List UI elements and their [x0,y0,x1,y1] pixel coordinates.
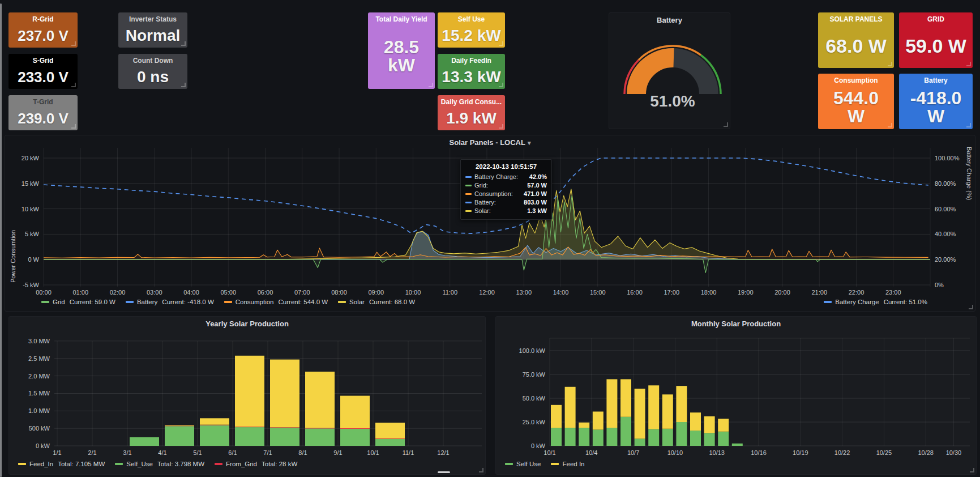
tooltip-series-label: Consumption: [474,190,513,198]
y-tick: 25.0 kW [523,419,546,425]
panel-title[interactable]: S-Grid [33,57,54,65]
panel-title[interactable]: Consumption [834,76,878,84]
bar-self-use [235,427,264,446]
legend-item-consumption[interactable]: ConsumptionCurrent: 544.0 W [224,299,328,305]
barchart-panel-yearly: Yearly Solar Production 3.0 MW2.5 MW2.0 … [8,316,486,475]
bar-from-grid [305,428,335,429]
panel-title[interactable]: Battery [609,16,730,24]
panel-title[interactable]: Monthly Solar Production [496,320,976,328]
x-tick: 8/1 [298,449,307,456]
y-tick-left: 15 kW [22,180,40,187]
chart-tooltip: 2022-10-13 10:51:57 Battery Charge:42.0%… [460,159,552,220]
panel-title[interactable]: Daily Grid Consu... [441,98,502,106]
x-tick: 7/1 [263,449,272,456]
legend-series-name[interactable]: From_Grid [226,461,257,467]
panel-title[interactable]: Total Daily Yield [375,15,427,23]
stat-panel-daily-feedin: Daily FeedIn 13.3 kW [438,54,505,89]
legend-color-dash [338,301,346,303]
legend-series-name[interactable]: Feed In [562,461,584,467]
bar-feed-in [375,423,405,438]
x-tick: 10/30 [946,449,962,456]
legend-item-battery[interactable]: BatteryCurrent: -418.0 W [126,299,214,305]
bar-self-use [704,433,715,446]
x-tick: 10:00 [405,289,421,296]
legend-item-battery-charge[interactable]: Battery ChargeCurrent: 51.0% [824,299,927,305]
y-tick: 2.5 MW [28,355,50,362]
bar-feed-in [635,389,645,438]
bar-feed-in [718,419,729,432]
barchart-panel-monthly: Monthly Solar Production 100.0 kW75.0 kW… [495,316,977,475]
legend-series-value: Current: 59.0 W [70,299,115,305]
horizontal-scrollbar-thumb[interactable] [438,471,450,473]
x-tick: 10/22 [835,449,850,456]
stat-panel-t-grid: T-Grid 239.0 V [8,95,78,130]
panel-title[interactable]: Self Use [458,15,485,23]
legend-color-dash [18,463,26,465]
y-tick-left: -5 kW [23,282,39,288]
x-tick: 06:00 [258,289,273,296]
bar-self-use [635,438,645,446]
legend-series-name[interactable]: Self Use [516,461,541,467]
legend-series-name[interactable]: Self_Use [126,461,153,467]
x-tick: 10/28 [918,449,934,456]
legend-series-name[interactable]: Grid [53,299,65,305]
x-tick: 10/16 [751,449,767,456]
vertical-scrollbar[interactable] [0,3,2,477]
panel-title[interactable]: SOLAR PANELS [829,15,882,23]
legend-item-feed-in[interactable]: Feed In [551,461,584,467]
bar-from-grid [270,427,299,428]
panel-title[interactable]: GRID [927,15,944,23]
bar-self-use [648,429,659,446]
tooltip-series-dash [465,185,472,186]
chevron-down-icon: ▾ [528,139,531,146]
bar-feed-in [579,423,589,428]
panel-title[interactable]: Daily FeedIn [451,57,491,65]
legend-series-name[interactable]: Solar [349,299,365,305]
legend-item-feed-in[interactable]: Feed_InTotal: 7.105 MW [18,461,105,467]
legend-series-name[interactable]: Battery [137,299,157,305]
panel-title[interactable]: Count Down [133,57,173,65]
legend-series-name[interactable]: Battery Charge [835,299,879,305]
y-tick-right: 20.00% [935,256,956,263]
bar-feed-in [305,372,335,428]
panel-title[interactable]: Solar Panels - LOCAL [450,138,525,147]
panel-title[interactable]: Yearly Solar Production [9,320,485,328]
battery-gauge: 51.0% [609,29,731,126]
stat-value: 239.0 V [18,106,69,130]
legend-series-name[interactable]: Consumption [236,299,274,305]
y-tick: 50.0 kW [523,395,546,402]
tooltip-row: Battery Charge:42.0% [465,173,547,181]
x-tick: 18:00 [701,289,717,296]
panel-title[interactable]: T-Grid [33,98,53,106]
y-tick-left: 0 W [28,256,39,263]
bar-self-use [676,422,687,446]
legend-series-value: Total: 3.798 MW [157,461,204,467]
stat-value: 59.0 W [905,23,966,68]
stat-value: 68.0 W [825,23,887,68]
legend-item-grid[interactable]: GridCurrent: 59.0 W [41,299,115,305]
legend-item-self-use[interactable]: Self Use [505,461,541,467]
tooltip-series-label: Grid: [474,181,488,190]
bar-from-grid [375,438,405,439]
legend-item-from-grid[interactable]: From_GridTotal: 28 kW [215,461,297,467]
panel-title[interactable]: Inverter Status [129,15,177,23]
y-tick: 1.5 MW [28,390,50,397]
legend-item-self-use[interactable]: Self_UseTotal: 3.798 MW [115,461,204,467]
panel-title[interactable]: R-Grid [32,15,53,23]
stat-panel-solar-panels: SOLAR PANELS 68.0 W [818,12,894,68]
legend-color-dash [551,463,559,465]
y-tick-right: 100.00% [935,155,960,161]
legend-series-name[interactable]: Feed_In [29,461,53,467]
legend-series-value: Current: 51.0% [884,299,927,305]
stat-value: 28.5 kW [368,23,435,89]
legend-color-dash [215,463,222,465]
panel-title-row[interactable]: Solar Panels - LOCAL▾ [5,138,975,147]
legend-series-value: Total: 7.105 MW [58,461,105,467]
stat-panel-inverter-status: Inverter Status Normal [118,12,187,48]
legend-item-solar[interactable]: SolarCurrent: 68.0 W [338,299,415,305]
legend-series-value: Current: -418.0 W [162,299,213,305]
bar-feed-in [270,360,299,428]
panel-title[interactable]: Battery [924,76,947,84]
bar-self-use [130,437,159,446]
x-tick: 4/1 [158,449,166,456]
